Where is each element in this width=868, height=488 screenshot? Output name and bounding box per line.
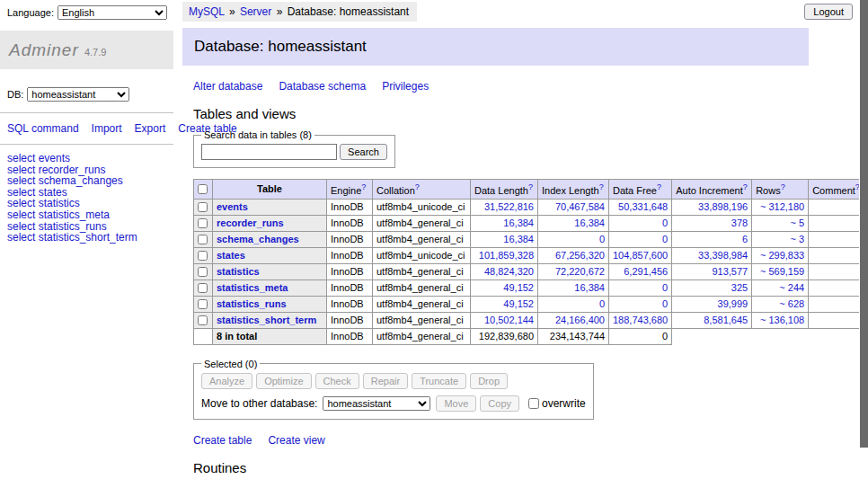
rows-link[interactable]: ~ 244 <box>779 282 804 293</box>
rows-link[interactable]: ~ 3 <box>791 234 805 244</box>
index-length-link[interactable]: 0 <box>599 298 605 309</box>
optimize-button[interactable]: Optimize <box>256 373 311 389</box>
table-link-schema-changes[interactable]: schema_changes <box>217 234 299 244</box>
help-link[interactable]: ? <box>743 182 748 191</box>
auto-increment-link[interactable]: 913,577 <box>712 266 748 277</box>
table-link-statistics[interactable]: statistics <box>217 266 260 277</box>
help-link[interactable]: ? <box>415 182 420 191</box>
drop-button[interactable]: Drop <box>470 373 508 389</box>
auto-increment-link[interactable]: 39,999 <box>718 298 748 309</box>
data-length-link[interactable]: 16,384 <box>503 234 534 244</box>
db-link-database-schema[interactable]: Database schema <box>279 80 366 93</box>
search-input[interactable] <box>201 144 337 160</box>
data-free-cell: 0 <box>609 279 672 296</box>
breadcrumb-link-server[interactable]: Server <box>240 5 271 18</box>
row-checkbox[interactable] <box>198 267 208 277</box>
help-link[interactable]: ? <box>528 182 533 191</box>
sidebar-link-import[interactable]: Import <box>92 122 122 135</box>
rows-link[interactable]: ~ 569,159 <box>760 266 804 277</box>
breadcrumb-link-mysql[interactable]: MySQL <box>189 5 225 18</box>
index-length-link[interactable]: 70,467,584 <box>555 201 605 212</box>
rows-link[interactable]: ~ 312,180 <box>760 201 804 212</box>
data-length-link[interactable]: 49,152 <box>503 298 534 309</box>
sidebar-item-select-statistics-short-term[interactable]: select statistics_short_term <box>7 232 166 244</box>
rows-link[interactable]: ~ 299,833 <box>760 250 804 261</box>
row-checkbox[interactable] <box>198 235 208 244</box>
auto-increment-link[interactable]: 8,581,645 <box>704 315 748 325</box>
move-db-select[interactable]: homeassistant <box>323 396 430 411</box>
row-checkbox[interactable] <box>198 299 208 309</box>
table-link-statistics-short-term[interactable]: statistics_short_term <box>217 315 316 325</box>
rows-link[interactable]: ~ 628 <box>779 298 804 309</box>
index-length-link[interactable]: 24,166,400 <box>555 315 605 325</box>
help-link[interactable]: ? <box>657 182 661 191</box>
data-free-link[interactable]: 0 <box>662 298 668 309</box>
language-select[interactable]: English <box>58 5 167 20</box>
logout-button[interactable]: Logout <box>804 4 853 20</box>
sidebar-link-sql-command[interactable]: SQL command <box>7 122 79 135</box>
index-length-link[interactable]: 72,220,672 <box>555 266 605 277</box>
row-checkbox[interactable] <box>198 251 208 261</box>
total-empty-cell <box>672 328 752 344</box>
sidebar-link-export[interactable]: Export <box>135 122 166 135</box>
auto-increment-link[interactable]: 6 <box>742 234 748 244</box>
check-button[interactable]: Check <box>315 373 359 389</box>
sidebar-item-select-schema-changes[interactable]: select schema_changes <box>7 175 166 187</box>
help-link[interactable]: ? <box>361 182 366 191</box>
collation-cell: utf8mb4_general_ci <box>373 279 471 296</box>
rows-link[interactable]: ~ 136,108 <box>760 315 804 325</box>
data-length-link[interactable]: 101,859,328 <box>479 250 534 261</box>
auto-increment-link[interactable]: 33,398,984 <box>698 250 748 261</box>
data-free-link[interactable]: 50,331,648 <box>618 201 668 212</box>
search-button[interactable]: Search <box>340 144 387 160</box>
link-create-table[interactable]: Create table <box>193 434 252 447</box>
overwrite-checkbox[interactable] <box>528 398 539 409</box>
repair-button[interactable]: Repair <box>363 373 408 389</box>
table-link-events[interactable]: events <box>217 201 248 212</box>
link-create-view[interactable]: Create view <box>268 434 324 447</box>
help-link[interactable]: ? <box>781 182 785 191</box>
data-length-link[interactable]: 31,522,816 <box>484 201 534 212</box>
db-link-alter-database[interactable]: Alter database <box>193 80 262 93</box>
table-link-statistics-runs[interactable]: statistics_runs <box>217 298 287 309</box>
data-free-link[interactable]: 0 <box>662 282 668 293</box>
row-checkbox[interactable] <box>198 202 208 212</box>
row-checkbox[interactable] <box>198 283 208 293</box>
copy-button[interactable]: Copy <box>480 395 519 412</box>
scrollbar-thumb[interactable] <box>860 0 868 448</box>
table-link-states[interactable]: states <box>217 250 245 261</box>
data-free-link[interactable]: 104,857,600 <box>613 250 668 261</box>
row-checkbox[interactable] <box>198 315 208 325</box>
table-link-statistics-meta[interactable]: statistics_meta <box>217 282 288 293</box>
db-select[interactable]: homeassistant <box>27 87 129 102</box>
auto-increment-link[interactable]: 325 <box>731 282 748 293</box>
auto-increment-link[interactable]: 33,898,196 <box>698 201 748 212</box>
data-free-link[interactable]: 0 <box>662 234 668 244</box>
move-button[interactable]: Move <box>436 395 476 412</box>
index-length-link[interactable]: 0 <box>599 234 605 244</box>
data-length-link[interactable]: 49,152 <box>503 282 534 293</box>
index-length-link[interactable]: 16,384 <box>574 282 605 293</box>
data-free-link[interactable]: 188,743,680 <box>613 315 668 325</box>
analyze-button[interactable]: Analyze <box>201 373 252 389</box>
help-link[interactable]: ? <box>599 182 604 191</box>
data-length-link[interactable]: 16,384 <box>503 217 534 228</box>
select-all-checkbox[interactable] <box>198 184 208 194</box>
engine-cell: InnoDB <box>327 199 373 215</box>
data-length-link[interactable]: 48,824,320 <box>484 266 534 277</box>
data-free-link[interactable]: 0 <box>662 217 668 228</box>
db-link-privileges[interactable]: Privileges <box>382 80 429 93</box>
sidebar-item-select-events[interactable]: select events <box>7 153 166 164</box>
truncate-button[interactable]: Truncate <box>412 373 466 389</box>
sidebar-item-select-statistics-meta[interactable]: select statistics_meta <box>7 209 166 221</box>
index-length-link[interactable]: 16,384 <box>574 217 605 228</box>
data-length-link[interactable]: 10,502,144 <box>484 315 534 325</box>
table-link-recorder-runs[interactable]: recorder_runs <box>217 217 284 228</box>
scrollbar-track[interactable] <box>859 0 868 488</box>
data-free-cell: 104,857,600 <box>609 247 672 263</box>
data-free-link[interactable]: 6,291,456 <box>624 266 668 277</box>
auto-increment-link[interactable]: 378 <box>731 217 748 228</box>
rows-link[interactable]: ~ 5 <box>791 217 805 228</box>
row-checkbox[interactable] <box>198 218 208 228</box>
index-length-link[interactable]: 67,256,320 <box>555 250 605 261</box>
